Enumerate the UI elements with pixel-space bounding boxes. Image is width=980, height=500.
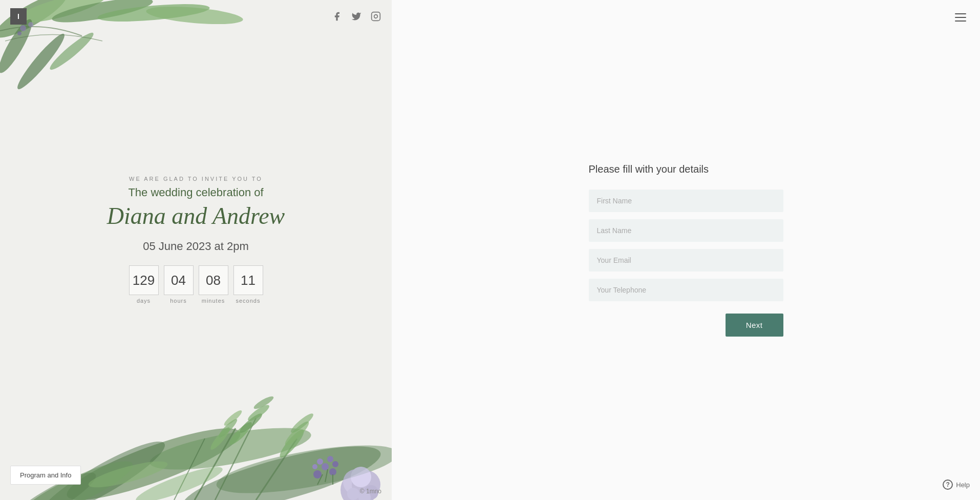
- registration-form: Please fill with your details Next: [589, 163, 783, 337]
- svg-point-30: [329, 468, 336, 475]
- twitter-icon[interactable]: [351, 11, 362, 22]
- left-panel: I: [0, 0, 392, 500]
- menu-lines-icon: [955, 13, 966, 22]
- svg-point-34: [312, 464, 317, 469]
- countdown-seconds-value: 11: [233, 265, 263, 295]
- svg-point-32: [327, 456, 333, 462]
- invite-subtitle: WE ARE GLAD TO INVITE YOU TO: [68, 176, 324, 182]
- copyright-text: © 1mno: [360, 488, 381, 495]
- form-title: Please fill with your details: [589, 163, 783, 175]
- help-button[interactable]: ? Help: [943, 480, 970, 490]
- wedding-date: 05 June 2023 at 2pm: [68, 240, 324, 253]
- svg-point-41: [351, 467, 371, 487]
- invitation-content: WE ARE GLAD TO INVITE YOU TO The wedding…: [68, 176, 324, 304]
- email-input[interactable]: [589, 249, 783, 272]
- countdown-hours-label: hours: [170, 298, 187, 304]
- help-label: Help: [956, 481, 970, 489]
- countdown-minutes-label: minutes: [202, 298, 225, 304]
- svg-point-33: [332, 461, 338, 467]
- first-name-input[interactable]: [589, 190, 783, 212]
- svg-point-29: [322, 463, 329, 470]
- social-icons: [331, 11, 381, 22]
- menu-line-1: [955, 13, 966, 14]
- couple-names: Diana and Andrew: [68, 202, 324, 230]
- help-icon: ?: [943, 480, 953, 490]
- svg-point-31: [317, 459, 323, 465]
- countdown-seconds-label: seconds: [236, 298, 261, 304]
- countdown-days-label: days: [137, 298, 151, 304]
- svg-point-28: [313, 470, 322, 478]
- countdown-hours-value: 04: [164, 265, 194, 295]
- left-header: I: [0, 0, 392, 33]
- countdown-days-value: 129: [129, 265, 159, 295]
- last-name-input[interactable]: [589, 219, 783, 242]
- telephone-input[interactable]: [589, 279, 783, 301]
- wedding-celebration-text: The wedding celebration of: [68, 186, 324, 199]
- facebook-icon[interactable]: [331, 11, 343, 22]
- menu-line-2: [955, 17, 966, 18]
- menu-button[interactable]: [951, 8, 970, 27]
- countdown: 129 days 04 hours 08 minutes 11 seconds: [68, 265, 324, 304]
- countdown-days: 129 days: [129, 265, 159, 304]
- countdown-seconds: 11 seconds: [233, 265, 263, 304]
- countdown-minutes-value: 08: [199, 265, 228, 295]
- instagram-icon[interactable]: [370, 11, 381, 22]
- svg-rect-0: [372, 12, 380, 21]
- menu-line-3: [955, 20, 966, 22]
- right-panel: Please fill with your details Next ? Hel…: [392, 0, 980, 500]
- program-info-button[interactable]: Program and Info: [10, 466, 81, 485]
- countdown-hours: 04 hours: [164, 265, 194, 304]
- svg-point-42: [347, 488, 359, 500]
- next-button[interactable]: Next: [726, 314, 783, 337]
- countdown-minutes: 08 minutes: [199, 265, 228, 304]
- logo-badge: I: [10, 8, 27, 25]
